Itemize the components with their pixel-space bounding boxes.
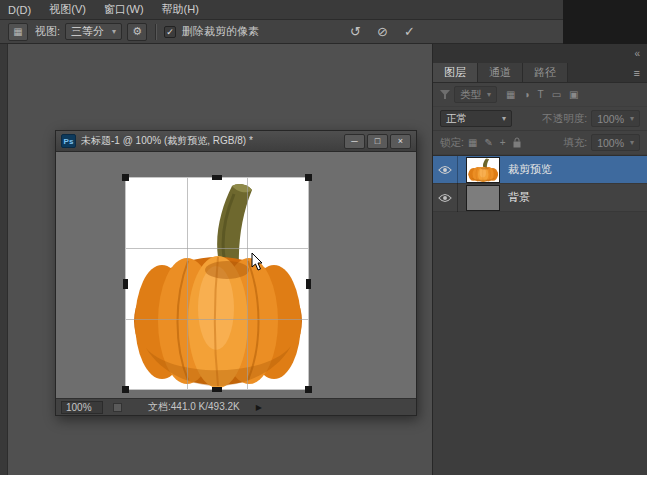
lock-position-icon[interactable]: +: [500, 137, 506, 148]
menu-item-3d[interactable]: D(D): [8, 4, 31, 16]
eye-icon: [438, 193, 452, 203]
layers-panel-group: « 图层 通道 路径 ≡ 类型 ▾ ▦ ◑ T: [432, 44, 647, 475]
crop-handle-top-right[interactable]: [305, 174, 312, 181]
delete-cropped-pixels-label: 删除裁剪的像素: [182, 24, 259, 39]
visibility-cell[interactable]: [433, 156, 458, 184]
crop-grid-line: [187, 178, 188, 389]
crop-view-value: 三等分: [71, 24, 104, 39]
document-size-info: 文档:441.0 K/493.2K: [148, 400, 240, 414]
crop-action-buttons: ↺ ⊘ ✓: [350, 25, 415, 38]
layers-panel-body: 类型 ▾ ▦ ◑ T ▭ ▣ 正常 ▾ 不透明度:: [433, 83, 647, 431]
layer-row-background[interactable]: 背景: [433, 184, 647, 212]
crop-settings-button[interactable]: ⚙: [127, 23, 147, 41]
delete-cropped-pixels-checkbox[interactable]: ✓: [164, 26, 176, 38]
pumpkin-image: [126, 178, 308, 389]
crop-grid-line: [126, 248, 308, 249]
filter-shape-layers-icon[interactable]: ▭: [552, 89, 561, 100]
lock-label: 锁定:: [440, 136, 464, 150]
photoshop-app: D(D) 视图(V) 窗口(W) 帮助(H) ▦ 视图: 三等分 ▾ ⚙ ✓ 删…: [0, 0, 647, 479]
lock-buttons: ▦ ✎ +: [468, 137, 521, 148]
filter-type-dropdown[interactable]: 类型 ▾: [454, 86, 497, 103]
panel-header-strip: «: [433, 44, 647, 63]
document-window: Ps 未标题-1 @ 100% (裁剪预览, RGB/8) * ─ □ ×: [55, 130, 417, 416]
filter-type-value: 类型: [460, 88, 481, 102]
tab-layers[interactable]: 图层: [433, 63, 478, 82]
commit-crop-icon[interactable]: ✓: [404, 25, 415, 38]
lock-transparency-icon[interactable]: ▦: [468, 137, 477, 148]
minimize-button[interactable]: ─: [344, 134, 365, 149]
document-canvas[interactable]: [56, 152, 416, 398]
crop-handle-top-left[interactable]: [122, 174, 129, 181]
separator: [155, 24, 156, 40]
crop-handle-top[interactable]: [212, 175, 222, 180]
crop-options-bar: ▦ 视图: 三等分 ▾ ⚙ ✓ 删除裁剪的像素 ↺ ⊘ ✓: [0, 20, 647, 44]
crop-view-dropdown[interactable]: 三等分 ▾: [65, 23, 122, 40]
menu-item-window[interactable]: 窗口(W): [104, 2, 144, 17]
crop-handle-right[interactable]: [306, 279, 311, 289]
reset-crop-icon[interactable]: ↺: [350, 25, 361, 38]
collapse-panels-icon[interactable]: «: [634, 48, 640, 59]
layer-thumbnail[interactable]: [466, 157, 500, 183]
chevron-down-icon: ▾: [487, 90, 491, 99]
tab-channels[interactable]: 通道: [478, 63, 523, 82]
crop-overlay-options-button[interactable]: ▦: [8, 23, 28, 41]
zoom-value: 100%: [66, 402, 92, 413]
window-controls: ─ □ ×: [344, 134, 411, 149]
cancel-crop-icon[interactable]: ⊘: [377, 25, 388, 38]
close-button[interactable]: ×: [390, 134, 411, 149]
zoom-field[interactable]: 100%: [61, 401, 103, 414]
layer-row-crop-preview[interactable]: 裁剪预览: [433, 156, 647, 184]
blend-mode-row: 正常 ▾ 不透明度: 100% ▾: [433, 107, 647, 131]
toolbar-edge: [0, 44, 8, 475]
layer-name: 裁剪预览: [508, 162, 552, 177]
mouse-cursor: [251, 252, 263, 271]
filter-smart-object-icon[interactable]: ▣: [569, 89, 578, 100]
crop-handle-left[interactable]: [123, 279, 128, 289]
opacity-value-dropdown[interactable]: 100% ▾: [591, 110, 640, 127]
view-label: 视图:: [35, 24, 60, 39]
crop-handle-bottom[interactable]: [212, 387, 222, 392]
panel-empty-area: [433, 212, 647, 431]
opacity-control[interactable]: 不透明度: 100% ▾: [542, 110, 640, 127]
fill-label: 填充:: [563, 136, 587, 150]
document-title: 未标题-1 @ 100% (裁剪预览, RGB/8) *: [81, 134, 339, 148]
chevron-down-icon: ▾: [502, 114, 506, 123]
eye-icon: [438, 165, 452, 175]
maximize-button[interactable]: □: [367, 134, 388, 149]
filter-adjustment-layers-icon[interactable]: ◑: [523, 89, 529, 100]
menu-item-help[interactable]: 帮助(H): [162, 2, 199, 17]
filter-funnel-icon: [440, 90, 450, 100]
blend-mode-dropdown[interactable]: 正常 ▾: [440, 110, 512, 127]
status-menu-arrow-icon[interactable]: ▶: [256, 403, 262, 412]
panel-menu-icon[interactable]: ≡: [634, 67, 640, 79]
filter-pixel-layers-icon[interactable]: ▦: [506, 89, 515, 100]
crop-handle-bottom-left[interactable]: [122, 386, 129, 393]
chevron-down-icon: ▾: [112, 27, 116, 36]
document-statusbar: 100% 文档:441.0 K/493.2K ▶: [56, 398, 416, 415]
crop-handle-bottom-right[interactable]: [305, 386, 312, 393]
canvas-area: Ps 未标题-1 @ 100% (裁剪预览, RGB/8) * ─ □ ×: [9, 44, 432, 475]
tab-paths[interactable]: 路径: [523, 63, 568, 82]
layer-filter-row: 类型 ▾ ▦ ◑ T ▭ ▣: [433, 83, 647, 107]
menu-item-view[interactable]: 视图(V): [49, 2, 86, 17]
crop-grid-line: [247, 178, 248, 389]
crop-preview-area[interactable]: [126, 178, 308, 389]
lock-pixels-icon[interactable]: ✎: [484, 137, 492, 148]
filter-kind-icons: ▦ ◑ T ▭ ▣: [506, 89, 579, 100]
menu-bar: D(D) 视图(V) 窗口(W) 帮助(H): [0, 0, 647, 20]
lock-all-icon[interactable]: [513, 137, 521, 148]
layer-thumbnail[interactable]: [466, 185, 500, 211]
crop-grid-line: [126, 319, 308, 320]
opacity-value: 100%: [597, 113, 624, 125]
visibility-cell[interactable]: [433, 184, 458, 212]
filter-type-layers-icon[interactable]: T: [538, 89, 544, 100]
fill-value: 100%: [597, 137, 624, 149]
panel-tabs: 图层 通道 路径 ≡: [433, 63, 647, 83]
fill-value-dropdown[interactable]: 100% ▾: [591, 134, 640, 151]
fill-control[interactable]: 填充: 100% ▾: [563, 134, 640, 151]
opacity-label: 不透明度:: [542, 112, 587, 126]
checkmark-icon: ✓: [166, 27, 174, 37]
status-icon: [113, 403, 122, 412]
layer-list: 裁剪预览 背景: [433, 155, 647, 212]
document-titlebar[interactable]: Ps 未标题-1 @ 100% (裁剪预览, RGB/8) * ─ □ ×: [56, 131, 416, 152]
